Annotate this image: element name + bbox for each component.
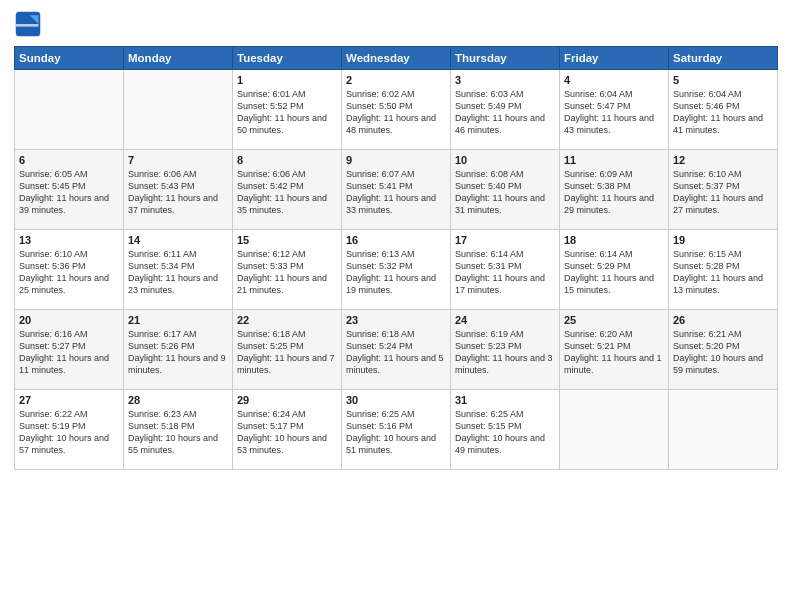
cell-details: Sunrise: 6:10 AMSunset: 5:37 PMDaylight:… bbox=[673, 168, 773, 217]
calendar-cell: 7Sunrise: 6:06 AMSunset: 5:43 PMDaylight… bbox=[124, 150, 233, 230]
day-number: 7 bbox=[128, 154, 228, 166]
calendar-cell: 31Sunrise: 6:25 AMSunset: 5:15 PMDayligh… bbox=[451, 390, 560, 470]
calendar-cell: 5Sunrise: 6:04 AMSunset: 5:46 PMDaylight… bbox=[669, 70, 778, 150]
calendar-week-1: 1Sunrise: 6:01 AMSunset: 5:52 PMDaylight… bbox=[15, 70, 778, 150]
calendar-cell: 1Sunrise: 6:01 AMSunset: 5:52 PMDaylight… bbox=[233, 70, 342, 150]
calendar-cell bbox=[560, 390, 669, 470]
day-number: 31 bbox=[455, 394, 555, 406]
calendar-cell: 19Sunrise: 6:15 AMSunset: 5:28 PMDayligh… bbox=[669, 230, 778, 310]
cell-details: Sunrise: 6:18 AMSunset: 5:24 PMDaylight:… bbox=[346, 328, 446, 377]
calendar-cell: 27Sunrise: 6:22 AMSunset: 5:19 PMDayligh… bbox=[15, 390, 124, 470]
day-number: 26 bbox=[673, 314, 773, 326]
cell-details: Sunrise: 6:13 AMSunset: 5:32 PMDaylight:… bbox=[346, 248, 446, 297]
cell-details: Sunrise: 6:24 AMSunset: 5:17 PMDaylight:… bbox=[237, 408, 337, 457]
cell-details: Sunrise: 6:15 AMSunset: 5:28 PMDaylight:… bbox=[673, 248, 773, 297]
day-number: 16 bbox=[346, 234, 446, 246]
calendar-week-5: 27Sunrise: 6:22 AMSunset: 5:19 PMDayligh… bbox=[15, 390, 778, 470]
day-number: 15 bbox=[237, 234, 337, 246]
calendar-cell: 11Sunrise: 6:09 AMSunset: 5:38 PMDayligh… bbox=[560, 150, 669, 230]
header-monday: Monday bbox=[124, 47, 233, 70]
calendar-cell: 20Sunrise: 6:16 AMSunset: 5:27 PMDayligh… bbox=[15, 310, 124, 390]
day-number: 5 bbox=[673, 74, 773, 86]
day-number: 10 bbox=[455, 154, 555, 166]
cell-details: Sunrise: 6:06 AMSunset: 5:42 PMDaylight:… bbox=[237, 168, 337, 217]
cell-details: Sunrise: 6:10 AMSunset: 5:36 PMDaylight:… bbox=[19, 248, 119, 297]
calendar-week-4: 20Sunrise: 6:16 AMSunset: 5:27 PMDayligh… bbox=[15, 310, 778, 390]
cell-details: Sunrise: 6:18 AMSunset: 5:25 PMDaylight:… bbox=[237, 328, 337, 377]
cell-details: Sunrise: 6:05 AMSunset: 5:45 PMDaylight:… bbox=[19, 168, 119, 217]
calendar-cell: 25Sunrise: 6:20 AMSunset: 5:21 PMDayligh… bbox=[560, 310, 669, 390]
cell-details: Sunrise: 6:21 AMSunset: 5:20 PMDaylight:… bbox=[673, 328, 773, 377]
cell-details: Sunrise: 6:02 AMSunset: 5:50 PMDaylight:… bbox=[346, 88, 446, 137]
day-number: 27 bbox=[19, 394, 119, 406]
calendar-cell: 29Sunrise: 6:24 AMSunset: 5:17 PMDayligh… bbox=[233, 390, 342, 470]
header-friday: Friday bbox=[560, 47, 669, 70]
cell-details: Sunrise: 6:06 AMSunset: 5:43 PMDaylight:… bbox=[128, 168, 228, 217]
calendar-week-3: 13Sunrise: 6:10 AMSunset: 5:36 PMDayligh… bbox=[15, 230, 778, 310]
header bbox=[14, 10, 778, 38]
calendar-cell: 2Sunrise: 6:02 AMSunset: 5:50 PMDaylight… bbox=[342, 70, 451, 150]
day-number: 22 bbox=[237, 314, 337, 326]
calendar-cell: 24Sunrise: 6:19 AMSunset: 5:23 PMDayligh… bbox=[451, 310, 560, 390]
cell-details: Sunrise: 6:25 AMSunset: 5:16 PMDaylight:… bbox=[346, 408, 446, 457]
cell-details: Sunrise: 6:22 AMSunset: 5:19 PMDaylight:… bbox=[19, 408, 119, 457]
day-number: 8 bbox=[237, 154, 337, 166]
header-wednesday: Wednesday bbox=[342, 47, 451, 70]
cell-details: Sunrise: 6:12 AMSunset: 5:33 PMDaylight:… bbox=[237, 248, 337, 297]
cell-details: Sunrise: 6:11 AMSunset: 5:34 PMDaylight:… bbox=[128, 248, 228, 297]
calendar-cell: 14Sunrise: 6:11 AMSunset: 5:34 PMDayligh… bbox=[124, 230, 233, 310]
calendar-cell: 26Sunrise: 6:21 AMSunset: 5:20 PMDayligh… bbox=[669, 310, 778, 390]
header-sunday: Sunday bbox=[15, 47, 124, 70]
day-number: 11 bbox=[564, 154, 664, 166]
cell-details: Sunrise: 6:14 AMSunset: 5:29 PMDaylight:… bbox=[564, 248, 664, 297]
calendar-cell: 28Sunrise: 6:23 AMSunset: 5:18 PMDayligh… bbox=[124, 390, 233, 470]
calendar-container: SundayMondayTuesdayWednesdayThursdayFrid… bbox=[0, 0, 792, 612]
cell-details: Sunrise: 6:14 AMSunset: 5:31 PMDaylight:… bbox=[455, 248, 555, 297]
day-number: 21 bbox=[128, 314, 228, 326]
day-number: 14 bbox=[128, 234, 228, 246]
calendar-cell: 3Sunrise: 6:03 AMSunset: 5:49 PMDaylight… bbox=[451, 70, 560, 150]
cell-details: Sunrise: 6:08 AMSunset: 5:40 PMDaylight:… bbox=[455, 168, 555, 217]
day-number: 9 bbox=[346, 154, 446, 166]
cell-details: Sunrise: 6:19 AMSunset: 5:23 PMDaylight:… bbox=[455, 328, 555, 377]
calendar-header-row: SundayMondayTuesdayWednesdayThursdayFrid… bbox=[15, 47, 778, 70]
day-number: 2 bbox=[346, 74, 446, 86]
calendar-body: 1Sunrise: 6:01 AMSunset: 5:52 PMDaylight… bbox=[15, 70, 778, 470]
calendar-cell: 30Sunrise: 6:25 AMSunset: 5:16 PMDayligh… bbox=[342, 390, 451, 470]
calendar-cell: 10Sunrise: 6:08 AMSunset: 5:40 PMDayligh… bbox=[451, 150, 560, 230]
calendar-cell: 17Sunrise: 6:14 AMSunset: 5:31 PMDayligh… bbox=[451, 230, 560, 310]
calendar-cell: 9Sunrise: 6:07 AMSunset: 5:41 PMDaylight… bbox=[342, 150, 451, 230]
calendar-cell: 15Sunrise: 6:12 AMSunset: 5:33 PMDayligh… bbox=[233, 230, 342, 310]
calendar-cell: 6Sunrise: 6:05 AMSunset: 5:45 PMDaylight… bbox=[15, 150, 124, 230]
day-number: 28 bbox=[128, 394, 228, 406]
header-saturday: Saturday bbox=[669, 47, 778, 70]
day-number: 18 bbox=[564, 234, 664, 246]
day-number: 30 bbox=[346, 394, 446, 406]
calendar-cell: 21Sunrise: 6:17 AMSunset: 5:26 PMDayligh… bbox=[124, 310, 233, 390]
day-number: 4 bbox=[564, 74, 664, 86]
header-thursday: Thursday bbox=[451, 47, 560, 70]
cell-details: Sunrise: 6:04 AMSunset: 5:46 PMDaylight:… bbox=[673, 88, 773, 137]
day-number: 13 bbox=[19, 234, 119, 246]
calendar-cell: 8Sunrise: 6:06 AMSunset: 5:42 PMDaylight… bbox=[233, 150, 342, 230]
day-number: 23 bbox=[346, 314, 446, 326]
header-tuesday: Tuesday bbox=[233, 47, 342, 70]
calendar-cell: 12Sunrise: 6:10 AMSunset: 5:37 PMDayligh… bbox=[669, 150, 778, 230]
day-number: 6 bbox=[19, 154, 119, 166]
calendar-cell: 18Sunrise: 6:14 AMSunset: 5:29 PMDayligh… bbox=[560, 230, 669, 310]
cell-details: Sunrise: 6:25 AMSunset: 5:15 PMDaylight:… bbox=[455, 408, 555, 457]
day-number: 17 bbox=[455, 234, 555, 246]
calendar-table: SundayMondayTuesdayWednesdayThursdayFrid… bbox=[14, 46, 778, 470]
day-number: 3 bbox=[455, 74, 555, 86]
day-number: 19 bbox=[673, 234, 773, 246]
day-number: 24 bbox=[455, 314, 555, 326]
cell-details: Sunrise: 6:23 AMSunset: 5:18 PMDaylight:… bbox=[128, 408, 228, 457]
cell-details: Sunrise: 6:16 AMSunset: 5:27 PMDaylight:… bbox=[19, 328, 119, 377]
cell-details: Sunrise: 6:20 AMSunset: 5:21 PMDaylight:… bbox=[564, 328, 664, 377]
calendar-cell: 22Sunrise: 6:18 AMSunset: 5:25 PMDayligh… bbox=[233, 310, 342, 390]
logo bbox=[14, 10, 46, 38]
calendar-cell bbox=[669, 390, 778, 470]
cell-details: Sunrise: 6:17 AMSunset: 5:26 PMDaylight:… bbox=[128, 328, 228, 377]
calendar-week-2: 6Sunrise: 6:05 AMSunset: 5:45 PMDaylight… bbox=[15, 150, 778, 230]
calendar-cell bbox=[124, 70, 233, 150]
